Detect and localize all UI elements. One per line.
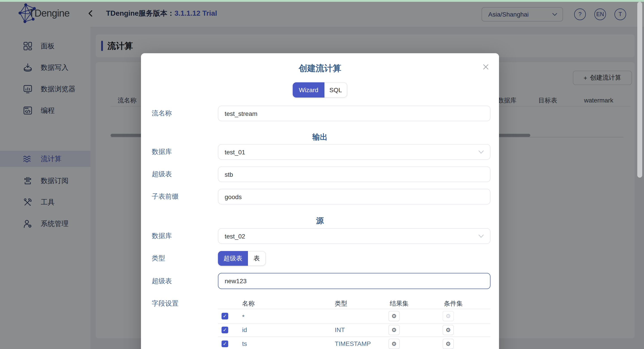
condition-set-gear-button[interactable]: ⚙ <box>442 325 454 335</box>
output-db-label: 数据库 <box>152 144 172 160</box>
output-stable-label: 超级表 <box>152 166 172 182</box>
v-scrollbar-thumb[interactable] <box>637 2 642 178</box>
field-name: id <box>242 326 247 333</box>
field-col-name: 名称 <box>242 300 255 308</box>
output-stable-input[interactable] <box>218 166 490 182</box>
row-checkbox[interactable]: ✓ <box>222 313 228 320</box>
stream-name-input[interactable] <box>218 106 490 121</box>
field-table-divider <box>218 309 490 309</box>
gear-icon: ⚙ <box>391 327 396 333</box>
subtable-prefix-input[interactable] <box>218 189 490 204</box>
create-stream-modal: 创建流计算 Wizard SQL 流名称 输出 数据库 test_01 超级表 … <box>141 53 499 349</box>
output-section-title: 输出 <box>141 132 499 142</box>
field-table-divider <box>218 324 490 324</box>
close-icon <box>483 64 488 70</box>
stream-name-label: 流名称 <box>152 106 172 121</box>
result-set-gear-button[interactable]: ⚙ <box>388 311 400 321</box>
chevron-down-icon <box>478 150 484 154</box>
type-option-supertable[interactable]: 超级表 <box>218 251 248 266</box>
gear-icon: ⚙ <box>391 313 396 320</box>
app-root: TDengine TDengine服务版本：3.1.1.12 Trial Asi… <box>0 0 644 349</box>
modal-close-button[interactable] <box>482 63 489 70</box>
gear-icon: ⚙ <box>446 313 451 320</box>
field-col-result-set: 结果集 <box>390 300 408 308</box>
field-name: * <box>242 313 244 320</box>
check-icon: ✓ <box>223 341 227 347</box>
check-icon: ✓ <box>223 327 227 333</box>
result-set-gear-button[interactable]: ⚙ <box>388 339 400 349</box>
gear-icon: ⚙ <box>446 327 451 333</box>
output-db-select[interactable]: test_01 <box>218 144 490 160</box>
source-stable-label: 超级表 <box>152 273 172 289</box>
output-db-value: test_01 <box>225 148 478 156</box>
source-db-value: test_02 <box>225 232 478 240</box>
field-name: ts <box>242 340 247 347</box>
field-col-condition-set: 条件集 <box>444 300 463 308</box>
field-type: INT <box>335 326 345 333</box>
source-db-select[interactable]: test_02 <box>218 228 490 244</box>
gear-icon: ⚙ <box>446 340 451 347</box>
field-col-type: 类型 <box>335 300 347 308</box>
chevron-down-icon <box>478 234 484 238</box>
source-section-title: 源 <box>141 216 499 226</box>
top-green-strip <box>0 0 644 2</box>
type-option-table[interactable]: 表 <box>248 251 266 266</box>
field-type: TIMESTAMP <box>335 340 371 347</box>
field-settings-label: 字段设置 <box>152 298 178 308</box>
condition-set-gear-button[interactable]: ⚙ <box>442 339 454 349</box>
source-db-label: 数据库 <box>152 228 172 244</box>
condition-set-gear-button: ⚙ <box>442 311 454 321</box>
source-type-label: 类型 <box>152 251 165 266</box>
check-icon: ✓ <box>223 313 227 319</box>
row-checkbox[interactable]: ✓ <box>222 327 228 333</box>
tab-wizard[interactable]: Wizard <box>293 82 324 98</box>
tab-sql[interactable]: SQL <box>324 82 347 98</box>
modal-title: 创建流计算 <box>141 63 499 74</box>
source-stable-input[interactable] <box>218 273 490 289</box>
subtable-prefix-label: 子表前缀 <box>152 189 178 204</box>
row-checkbox[interactable]: ✓ <box>222 340 228 347</box>
gear-icon: ⚙ <box>391 340 396 347</box>
field-table-divider <box>218 336 490 337</box>
result-set-gear-button[interactable]: ⚙ <box>388 325 400 335</box>
